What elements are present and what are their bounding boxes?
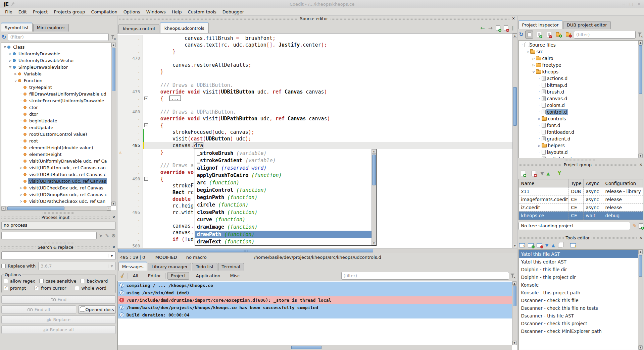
tool-item[interactable]: Dscanner - check this file: [519, 296, 638, 304]
tool-item[interactable]: Dscanner - check this file no tests: [519, 304, 638, 312]
menu-item-debugger[interactable]: Debugger: [219, 9, 247, 15]
file-tree-row[interactable]: ▽kheops: [519, 68, 638, 75]
splitter-handle[interactable]: [1, 211, 116, 215]
new-document-icon[interactable]: +: [496, 25, 500, 31]
remove-folder-button[interactable]: −: [564, 31, 572, 39]
fold-minus-icon[interactable]: −: [143, 176, 148, 182]
code-line[interactable]: 480 /// Draws a UDPathButton.: [117, 109, 517, 115]
option-backward[interactable]: backward: [81, 279, 108, 284]
replace-button[interactable]: a̲b Replace: [1, 315, 116, 324]
menu-item-edit[interactable]: Edit: [15, 9, 30, 15]
tab-messages[interactable]: Messages: [118, 261, 147, 271]
symbol-tree-row[interactable]: ·elementHeight: [1, 151, 111, 158]
tool-item[interactable]: Dscanner - check this project: [519, 319, 638, 327]
files-vscrollbar[interactable]: ▲ ▼: [638, 41, 643, 158]
completion-item[interactable]: beginControl(function): [195, 186, 371, 194]
code-line[interactable]: . canvas.text(rc, udc.caption[], Justify…: [117, 42, 517, 48]
scroll-left-icon[interactable]: ‹: [1, 206, 6, 211]
remove-file-button[interactable]: −: [545, 31, 553, 39]
symbol-filter-input[interactable]: [8, 33, 108, 41]
close-icon[interactable]: ✕: [639, 163, 643, 167]
option-case-sensitive[interactable]: case sensitive: [39, 279, 77, 284]
splitter-handle[interactable]: [518, 158, 643, 162]
code-line[interactable]: . visit(cast(UDButton) udc);: [117, 135, 517, 142]
tab-todo-list[interactable]: Todo list: [192, 263, 217, 271]
find-all-button[interactable]: Find all: [1, 305, 76, 314]
filter-toggle-project[interactable]: Project: [167, 272, 189, 280]
checkbox[interactable]: [35, 286, 39, 290]
scroll-thumb[interactable]: [513, 286, 516, 306]
close-icon[interactable]: ✕: [112, 215, 116, 220]
symbol-tree-row[interactable]: ▷visit(UDCheckBox udc, ref Canvas: [1, 184, 111, 191]
menu-item-file[interactable]: File: [2, 9, 15, 15]
checkbox[interactable]: [39, 279, 44, 283]
tool-item[interactable]: Dolphin - this project dir: [519, 273, 638, 281]
scroll-thumb[interactable]: [7, 207, 64, 210]
tab-library-manager[interactable]: Library manager: [148, 263, 191, 271]
symbol-tree-row[interactable]: ·beginUpdate: [1, 117, 111, 124]
close-icon[interactable]: ✕: [639, 236, 643, 240]
completion-item[interactable]: circle(function): [195, 201, 371, 209]
add-project-button[interactable]: +: [519, 169, 527, 177]
menu-item-help[interactable]: Help: [169, 9, 185, 15]
completion-item[interactable]: alignof(reserved word): [195, 164, 371, 172]
new-project-icon[interactable]: +: [639, 223, 643, 229]
add-file-button[interactable]: +: [535, 31, 543, 39]
minimize-icon[interactable]: −: [622, 2, 626, 6]
clone-tool-icon[interactable]: [558, 243, 562, 247]
scroll-up-icon[interactable]: ▲: [638, 250, 643, 254]
scroll-thumb[interactable]: [372, 155, 376, 185]
file-tree-row[interactable]: ·gradient.d: [519, 135, 638, 142]
tree-closed-arrow-icon[interactable]: ▷: [19, 193, 23, 196]
completion-item[interactable]: applyBrushToCairo(function): [195, 172, 371, 179]
scroll-down-icon[interactable]: ▼: [512, 341, 517, 345]
checkbox[interactable]: [75, 286, 79, 290]
scroll-up-icon[interactable]: ▲: [111, 43, 116, 47]
file-tree-row[interactable]: ▷cairo: [519, 55, 638, 62]
symbol-tree-row[interactable]: ·tryRepaint: [1, 84, 111, 91]
project-row[interactable]: x11DUBasyncrelease - library: [519, 187, 643, 195]
code-line[interactable]: . /// Draws a UDBitButton.: [117, 82, 517, 89]
move-down-icon[interactable]: ▼: [541, 171, 544, 176]
tree-closed-arrow-icon[interactable]: ▷: [537, 117, 542, 120]
file-tree-row[interactable]: ·font.d: [519, 122, 638, 129]
async-branch-icon[interactable]: Y: [558, 170, 561, 176]
fold-plus-icon[interactable]: +: [143, 95, 148, 102]
pen-input-icon[interactable]: ✎: [105, 233, 109, 238]
tree-closed-arrow-icon[interactable]: ▷: [537, 144, 542, 147]
symbol-tree-row[interactable]: ▷visit(UDButton udc, ref Canvas can: [1, 164, 111, 171]
message-row[interactable]: !/usr/include/dmd/druntime/import/core/e…: [118, 296, 512, 304]
symbol-tree-row[interactable]: ▷visit(UDPathCheckBox udc, ref Can: [1, 198, 111, 205]
scroll-up-icon[interactable]: ▲: [372, 149, 376, 154]
tree-closed-arrow-icon[interactable]: ▷: [8, 52, 12, 55]
scroll-thumb[interactable]: [639, 45, 642, 94]
tool-item[interactable]: Konsole - this project path: [519, 289, 638, 296]
edit-pencil-icon[interactable]: ✎: [632, 223, 637, 229]
symbol-tree-row[interactable]: ▽SimpleDrawableVisitor: [1, 64, 111, 70]
messages-filter-input[interactable]: [341, 272, 509, 280]
tree-closed-arrow-icon[interactable]: ▷: [8, 59, 12, 62]
menu-item-projects-group[interactable]: Projects group: [51, 9, 88, 15]
maximize-icon[interactable]: ▢: [630, 2, 633, 6]
file-tree-row[interactable]: ·bitmap.d: [519, 82, 638, 89]
menu-item-options[interactable]: Options: [120, 9, 143, 15]
tree-closed-arrow-icon[interactable]: ▷: [532, 57, 536, 60]
clear-filter-icon[interactable]: ✕: [637, 32, 642, 37]
find-button[interactable]: Find: [1, 295, 116, 304]
menu-item-windows[interactable]: Windows: [143, 9, 169, 15]
code-line[interactable]: . }: [117, 68, 517, 75]
tool-item[interactable]: Dolphin - this file dir: [519, 266, 638, 273]
option-from-cursor[interactable]: from cursor: [35, 286, 66, 291]
close-document-icon[interactable]: −: [504, 25, 508, 31]
scroll-thumb[interactable]: [513, 87, 517, 126]
file-tree-row[interactable]: ·canvas.d: [519, 95, 638, 102]
option-allow-regex[interactable]: allow regex: [4, 279, 35, 284]
file-tree-row[interactable]: ·Source files: [519, 42, 638, 48]
symbol-tree-row[interactable]: ·dtor: [1, 111, 111, 117]
code-line[interactable]: . canvas.restoreAllDefaults;: [117, 62, 517, 68]
process-input-field[interactable]: [1, 232, 97, 239]
file-tree-row[interactable]: ·colors.d: [519, 102, 638, 109]
symbol-tree-row[interactable]: ▷visit(UDGroupBox udc, ref Canvas c: [1, 191, 111, 198]
close-icon[interactable]: ✕: [112, 245, 116, 249]
nav-forward-icon[interactable]: →: [488, 25, 493, 31]
